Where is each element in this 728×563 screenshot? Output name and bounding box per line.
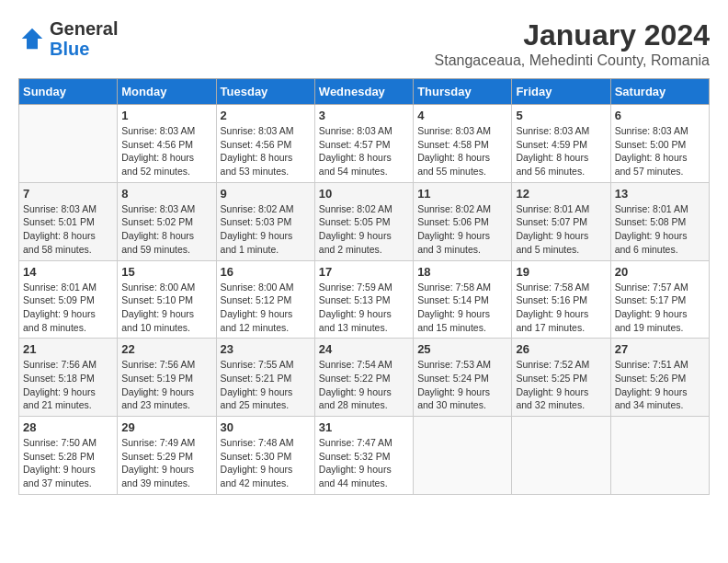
svg-marker-0 (22, 29, 43, 50)
day-info: Sunrise: 8:01 AMSunset: 5:08 PMDaylight:… (615, 202, 705, 257)
day-number: 30 (221, 420, 311, 434)
calendar-cell: 19Sunrise: 7:58 AMSunset: 5:16 PMDayligh… (512, 260, 610, 339)
calendar-cell (19, 105, 118, 183)
day-info: Sunrise: 7:56 AMSunset: 5:18 PMDaylight:… (23, 358, 113, 412)
calendar-cell: 23Sunrise: 7:55 AMSunset: 5:21 PMDayligh… (216, 339, 314, 417)
calendar-cell: 17Sunrise: 7:59 AMSunset: 5:13 PMDayligh… (314, 260, 413, 339)
day-info: Sunrise: 7:57 AMSunset: 5:17 PMDaylight:… (615, 281, 705, 335)
day-number: 25 (417, 342, 507, 356)
day-number: 4 (417, 109, 507, 122)
day-number: 15 (121, 265, 211, 279)
day-info: Sunrise: 7:53 AMSunset: 5:24 PMDaylight:… (417, 358, 507, 412)
calendar-cell: 26Sunrise: 7:52 AMSunset: 5:25 PMDayligh… (512, 339, 610, 417)
weekday-header-wednesday: Wednesday (314, 79, 413, 105)
calendar-cell: 13Sunrise: 8:01 AMSunset: 5:08 PMDayligh… (610, 182, 709, 260)
day-number: 3 (319, 109, 409, 122)
day-info: Sunrise: 8:02 AMSunset: 5:06 PMDaylight:… (417, 202, 507, 257)
calendar-week-row: 14Sunrise: 8:01 AMSunset: 5:09 PMDayligh… (19, 260, 710, 339)
day-info: Sunrise: 7:58 AMSunset: 5:14 PMDaylight:… (417, 281, 507, 335)
day-number: 19 (516, 265, 606, 279)
location-title: Stangaceaua, Mehedinti County, Romania (435, 52, 710, 69)
day-info: Sunrise: 7:50 AMSunset: 5:28 PMDaylight:… (23, 436, 113, 490)
day-number: 16 (221, 265, 311, 279)
day-info: Sunrise: 8:00 AMSunset: 5:10 PMDaylight:… (121, 281, 211, 335)
day-info: Sunrise: 7:51 AMSunset: 5:26 PMDaylight:… (615, 358, 705, 412)
calendar-cell: 18Sunrise: 7:58 AMSunset: 5:14 PMDayligh… (414, 260, 512, 339)
calendar-cell: 10Sunrise: 8:02 AMSunset: 5:05 PMDayligh… (314, 182, 413, 260)
day-number: 28 (23, 420, 113, 434)
day-info: Sunrise: 8:03 AMSunset: 4:56 PMDaylight:… (121, 124, 211, 178)
calendar-week-row: 1Sunrise: 8:03 AMSunset: 4:56 PMDaylight… (19, 105, 710, 183)
day-info: Sunrise: 8:03 AMSunset: 4:57 PMDaylight:… (319, 124, 409, 178)
day-info: Sunrise: 7:58 AMSunset: 5:16 PMDaylight:… (516, 281, 606, 335)
calendar-cell: 28Sunrise: 7:50 AMSunset: 5:28 PMDayligh… (19, 417, 118, 495)
day-info: Sunrise: 7:48 AMSunset: 5:30 PMDaylight:… (221, 436, 311, 490)
day-info: Sunrise: 7:55 AMSunset: 5:21 PMDaylight:… (221, 358, 311, 412)
day-info: Sunrise: 8:01 AMSunset: 5:09 PMDaylight:… (23, 281, 113, 335)
weekday-header-tuesday: Tuesday (216, 79, 314, 105)
day-number: 31 (319, 420, 409, 434)
calendar-week-row: 21Sunrise: 7:56 AMSunset: 5:18 PMDayligh… (19, 339, 710, 417)
day-number: 18 (417, 265, 507, 279)
calendar-cell: 9Sunrise: 8:02 AMSunset: 5:03 PMDaylight… (216, 182, 314, 260)
day-info: Sunrise: 7:54 AMSunset: 5:22 PMDaylight:… (319, 358, 409, 412)
calendar-cell: 30Sunrise: 7:48 AMSunset: 5:30 PMDayligh… (216, 417, 314, 495)
day-info: Sunrise: 8:03 AMSunset: 4:59 PMDaylight:… (516, 124, 606, 178)
day-info: Sunrise: 7:56 AMSunset: 5:19 PMDaylight:… (121, 358, 211, 412)
calendar-cell: 5Sunrise: 8:03 AMSunset: 4:59 PMDaylight… (512, 105, 610, 183)
weekday-header-row: SundayMondayTuesdayWednesdayThursdayFrid… (19, 79, 710, 105)
calendar-cell: 14Sunrise: 8:01 AMSunset: 5:09 PMDayligh… (19, 260, 118, 339)
day-number: 24 (319, 342, 409, 356)
day-number: 17 (319, 265, 409, 279)
day-number: 5 (516, 109, 606, 122)
day-number: 8 (121, 187, 211, 201)
title-block: January 2024 Stangaceaua, Mehedinti Coun… (435, 18, 710, 69)
logo-text: General Blue (50, 18, 118, 59)
calendar-cell: 16Sunrise: 8:00 AMSunset: 5:12 PMDayligh… (216, 260, 314, 339)
day-number: 20 (615, 265, 705, 279)
calendar-table: SundayMondayTuesdayWednesdayThursdayFrid… (18, 78, 710, 495)
month-title: January 2024 (435, 18, 710, 52)
calendar-cell: 15Sunrise: 8:00 AMSunset: 5:10 PMDayligh… (118, 260, 216, 339)
day-number: 13 (615, 187, 705, 201)
day-number: 21 (23, 342, 113, 356)
day-info: Sunrise: 8:03 AMSunset: 4:58 PMDaylight:… (417, 124, 507, 178)
day-info: Sunrise: 8:03 AMSunset: 5:01 PMDaylight:… (23, 202, 113, 257)
calendar-cell: 21Sunrise: 7:56 AMSunset: 5:18 PMDayligh… (19, 339, 118, 417)
day-number: 2 (221, 109, 311, 122)
day-info: Sunrise: 7:52 AMSunset: 5:25 PMDaylight:… (516, 358, 606, 412)
calendar-cell: 7Sunrise: 8:03 AMSunset: 5:01 PMDaylight… (19, 182, 118, 260)
day-info: Sunrise: 8:02 AMSunset: 5:05 PMDaylight:… (319, 202, 409, 257)
day-info: Sunrise: 7:47 AMSunset: 5:32 PMDaylight:… (319, 436, 409, 490)
calendar-cell: 1Sunrise: 8:03 AMSunset: 4:56 PMDaylight… (118, 105, 216, 183)
day-info: Sunrise: 8:03 AMSunset: 4:56 PMDaylight:… (221, 124, 311, 178)
day-info: Sunrise: 8:02 AMSunset: 5:03 PMDaylight:… (221, 202, 311, 257)
calendar-cell: 8Sunrise: 8:03 AMSunset: 5:02 PMDaylight… (118, 182, 216, 260)
calendar-cell: 22Sunrise: 7:56 AMSunset: 5:19 PMDayligh… (118, 339, 216, 417)
calendar-week-row: 7Sunrise: 8:03 AMSunset: 5:01 PMDaylight… (19, 182, 710, 260)
weekday-header-saturday: Saturday (610, 79, 709, 105)
day-number: 1 (121, 109, 211, 122)
day-number: 23 (221, 342, 311, 356)
day-info: Sunrise: 7:59 AMSunset: 5:13 PMDaylight:… (319, 281, 409, 335)
calendar-cell: 20Sunrise: 7:57 AMSunset: 5:17 PMDayligh… (610, 260, 709, 339)
calendar-cell: 31Sunrise: 7:47 AMSunset: 5:32 PMDayligh… (314, 417, 413, 495)
day-number: 14 (23, 265, 113, 279)
page-header: General Blue January 2024 Stangaceaua, M… (18, 18, 710, 69)
day-number: 11 (417, 187, 507, 201)
weekday-header-thursday: Thursday (414, 79, 512, 105)
weekday-header-sunday: Sunday (19, 79, 118, 105)
day-number: 7 (23, 187, 113, 201)
day-number: 26 (516, 342, 606, 356)
calendar-cell: 11Sunrise: 8:02 AMSunset: 5:06 PMDayligh… (414, 182, 512, 260)
day-number: 10 (319, 187, 409, 201)
day-info: Sunrise: 8:03 AMSunset: 5:02 PMDaylight:… (121, 202, 211, 257)
logo-icon (18, 25, 46, 52)
calendar-cell: 29Sunrise: 7:49 AMSunset: 5:29 PMDayligh… (118, 417, 216, 495)
calendar-cell: 3Sunrise: 8:03 AMSunset: 4:57 PMDaylight… (314, 105, 413, 183)
logo: General Blue (18, 18, 118, 59)
day-info: Sunrise: 8:00 AMSunset: 5:12 PMDaylight:… (221, 281, 311, 335)
calendar-cell: 2Sunrise: 8:03 AMSunset: 4:56 PMDaylight… (216, 105, 314, 183)
day-number: 29 (121, 420, 211, 434)
calendar-cell: 25Sunrise: 7:53 AMSunset: 5:24 PMDayligh… (414, 339, 512, 417)
